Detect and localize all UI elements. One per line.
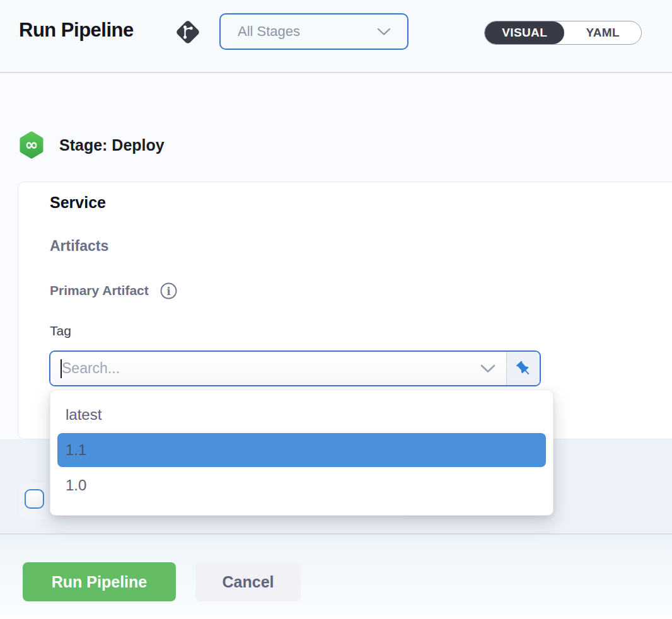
view-mode-toggle: VISUAL YAML	[484, 21, 642, 45]
run-pipeline-button[interactable]: Run Pipeline	[23, 562, 176, 601]
git-branch-icon	[174, 18, 202, 46]
service-heading: Service	[50, 194, 106, 212]
artifacts-heading: Artifacts	[50, 238, 108, 255]
dialog-header: Run Pipeline All Stages VISUAL YAML	[0, 0, 672, 73]
stage-filter-value: All Stages	[238, 23, 377, 40]
svg-text:∞: ∞	[25, 136, 38, 154]
tag-combobox	[49, 350, 541, 386]
menu-item-1-1[interactable]: 1.1	[57, 433, 546, 467]
tag-search-input[interactable]	[50, 352, 470, 385]
menu-item-latest[interactable]: latest	[50, 398, 553, 431]
info-icon[interactable]: i	[159, 282, 178, 300]
chevron-down-icon	[377, 28, 391, 36]
pin-button[interactable]	[506, 352, 540, 385]
tag-chevron-zone[interactable]	[470, 352, 506, 385]
stage-title: Stage: Deploy	[59, 136, 165, 154]
dialog-footer: Run Pipeline Cancel	[0, 533, 672, 619]
page-title: Run Pipeline	[19, 19, 134, 42]
primary-artifact-label-row: Primary Artifact i	[50, 281, 178, 299]
primary-artifact-label: Primary Artifact	[50, 283, 149, 298]
svg-text:i: i	[166, 286, 170, 298]
tag-label: Tag	[50, 323, 71, 338]
tag-options-menu: latest 1.1 1.0	[50, 390, 553, 516]
stage-filter-select[interactable]: All Stages	[219, 13, 408, 50]
stage-header: ∞ Stage: Deploy	[19, 131, 165, 159]
tab-visual[interactable]: VISUAL	[485, 21, 564, 44]
pin-icon	[515, 360, 532, 377]
chevron-down-icon	[480, 364, 495, 373]
checkbox[interactable]	[25, 489, 44, 509]
menu-item-1-0[interactable]: 1.0	[50, 469, 553, 502]
tab-yaml[interactable]: YAML	[564, 21, 641, 44]
cancel-button[interactable]: Cancel	[195, 562, 301, 601]
deploy-stage-icon: ∞	[19, 131, 44, 159]
